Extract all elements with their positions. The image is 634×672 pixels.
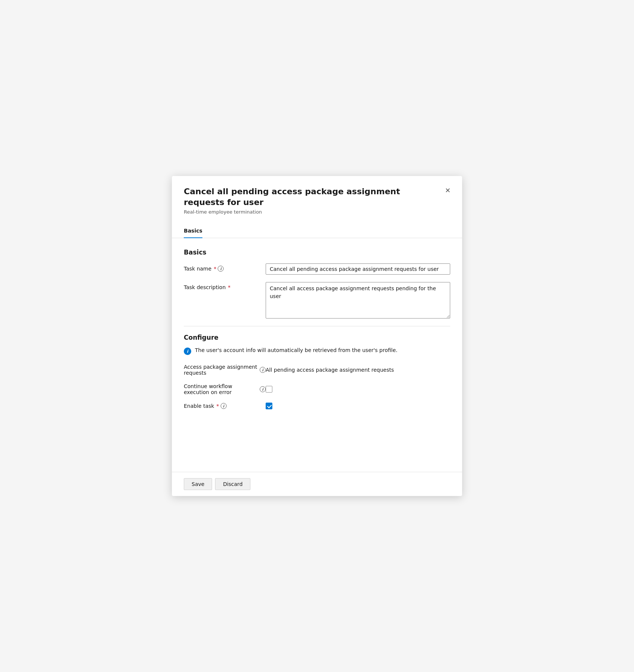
info-banner: i The user's account info will automatic… — [184, 347, 450, 355]
continue-on-error-row: Continue workflow execution on error i — [184, 383, 450, 395]
access-package-label: Access package assignment requests i — [184, 364, 266, 376]
task-description-row: Task description * Cancel all access pac… — [184, 282, 450, 319]
continue-on-error-label: Continue workflow execution on error i — [184, 383, 266, 395]
enable-task-label: Enable task * i — [184, 403, 266, 409]
enable-task-required: * — [217, 403, 219, 409]
close-button[interactable]: ✕ — [442, 185, 453, 196]
info-banner-text: The user's account info will automatical… — [195, 347, 397, 353]
task-name-input[interactable] — [266, 263, 450, 275]
close-icon: ✕ — [445, 186, 451, 195]
info-blue-icon: i — [184, 348, 191, 355]
task-name-info-icon[interactable]: i — [218, 266, 224, 272]
modal-subtitle: Real-time employee termination — [184, 209, 450, 215]
task-description-input[interactable]: Cancel all access package assignment req… — [266, 282, 450, 319]
configure-section: Configure i The user's account info will… — [184, 334, 450, 409]
enable-task-info-icon[interactable]: i — [221, 403, 227, 409]
modal-body: Basics Task name * i Task description * … — [172, 238, 462, 472]
access-package-info-icon[interactable]: i — [260, 367, 266, 373]
task-name-required: * — [214, 266, 216, 272]
basics-section: Basics Task name * i Task description * … — [184, 249, 450, 319]
enable-task-row: Enable task * i — [184, 403, 450, 409]
discard-button[interactable]: Discard — [215, 478, 250, 490]
tab-basics[interactable]: Basics — [184, 224, 202, 238]
modal-dialog: Cancel all pending access package assign… — [172, 176, 462, 496]
access-package-row: Access package assignment requests i All… — [184, 364, 450, 376]
continue-on-error-checkbox-wrapper — [266, 386, 272, 393]
tab-bar: Basics — [172, 224, 462, 238]
modal-title: Cancel all pending access package assign… — [184, 186, 450, 208]
task-description-required: * — [228, 284, 231, 290]
enable-task-checkbox-wrapper — [266, 403, 272, 409]
section-divider — [184, 326, 450, 326]
continue-on-error-info-icon[interactable]: i — [260, 386, 266, 392]
task-description-label: Task description * — [184, 282, 266, 290]
basics-section-title: Basics — [184, 249, 450, 256]
save-button[interactable]: Save — [184, 478, 212, 490]
enable-task-checkbox[interactable] — [266, 403, 272, 409]
modal-footer: Save Discard — [172, 472, 462, 496]
task-name-row: Task name * i — [184, 263, 450, 275]
access-package-value: All pending access package assignment re… — [266, 367, 394, 373]
continue-on-error-checkbox[interactable] — [266, 386, 272, 393]
task-name-label: Task name * i — [184, 263, 266, 272]
modal-header: Cancel all pending access package assign… — [172, 176, 462, 221]
configure-section-title: Configure — [184, 334, 450, 341]
